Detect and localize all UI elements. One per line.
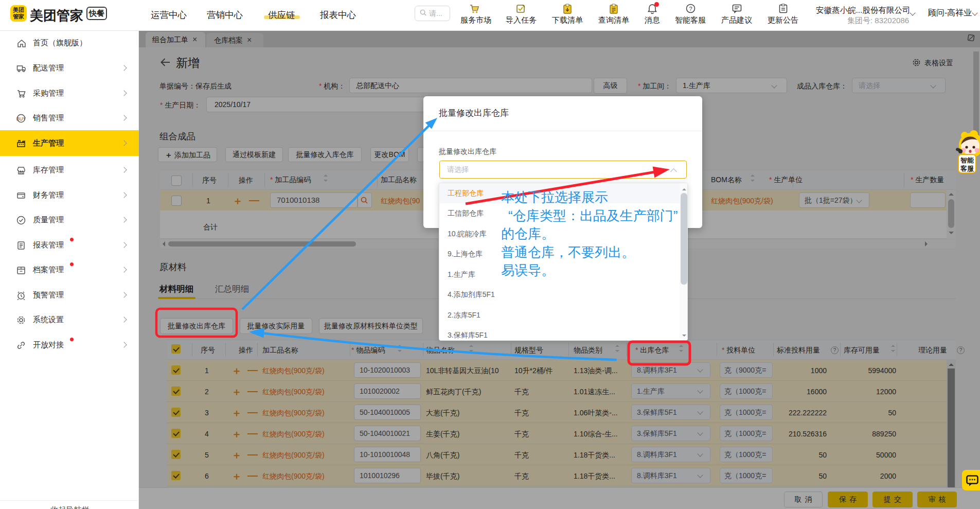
svg-text:BUY: BUY [16,116,26,121]
svg-text:?: ? [689,6,692,12]
